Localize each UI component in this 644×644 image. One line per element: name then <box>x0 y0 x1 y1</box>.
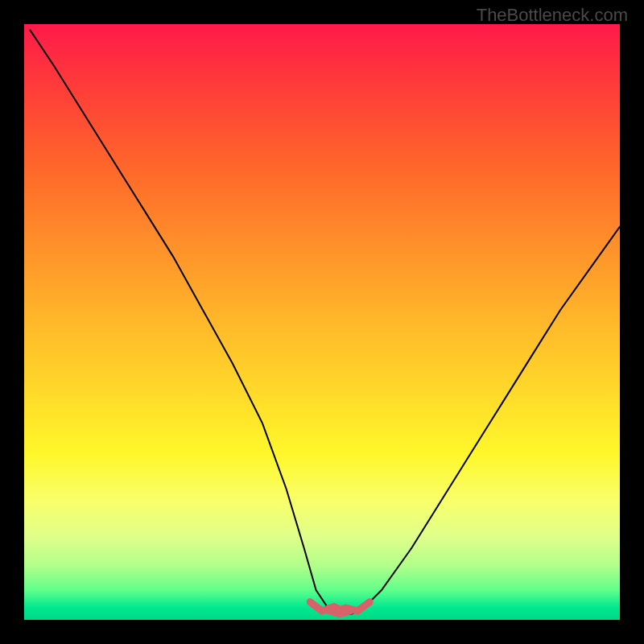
chart-plot-area <box>24 24 620 620</box>
curve-path <box>30 30 620 613</box>
chart-curve-svg <box>24 24 620 620</box>
valley-highlight <box>310 602 369 614</box>
watermark-text: TheBottleneck.com <box>477 5 628 26</box>
